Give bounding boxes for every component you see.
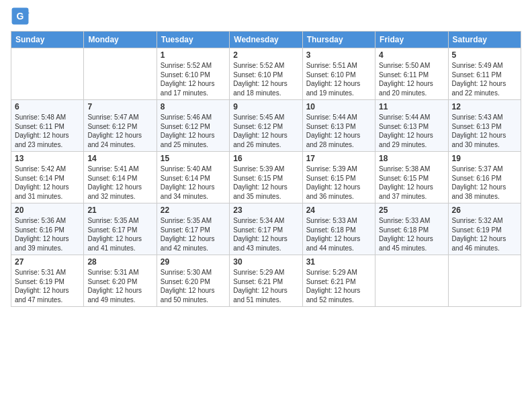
calendar-week-3: 13Sunrise: 5:42 AM Sunset: 6:14 PM Dayli… — [11, 152, 521, 203]
calendar-cell: 9Sunrise: 5:45 AM Sunset: 6:12 PM Daylig… — [230, 100, 302, 152]
day-info: Sunrise: 5:36 AM Sunset: 6:16 PM Dayligh… — [15, 216, 80, 253]
day-number: 13 — [15, 154, 80, 163]
calendar-header-row: SundayMondayTuesdayWednesdayThursdayFrid… — [11, 32, 521, 48]
calendar-cell: 23Sunrise: 5:34 AM Sunset: 6:17 PM Dayli… — [230, 203, 302, 255]
calendar-cell: 2Sunrise: 5:52 AM Sunset: 6:10 PM Daylig… — [230, 48, 302, 100]
day-info: Sunrise: 5:32 AM Sunset: 6:19 PM Dayligh… — [452, 216, 517, 253]
day-info: Sunrise: 5:52 AM Sunset: 6:10 PM Dayligh… — [161, 61, 226, 97]
calendar-week-2: 6Sunrise: 5:48 AM Sunset: 6:11 PM Daylig… — [11, 100, 521, 152]
day-number: 28 — [87, 257, 152, 267]
calendar-cell — [448, 255, 521, 307]
day-info: Sunrise: 5:50 AM Sunset: 6:11 PM Dayligh… — [379, 61, 444, 97]
calendar-cell: 28Sunrise: 5:31 AM Sunset: 6:20 PM Dayli… — [84, 255, 157, 307]
day-info: Sunrise: 5:37 AM Sunset: 6:16 PM Dayligh… — [452, 165, 517, 201]
day-info: Sunrise: 5:31 AM Sunset: 6:20 PM Dayligh… — [87, 268, 152, 304]
day-number: 21 — [87, 205, 152, 215]
calendar-cell — [375, 255, 448, 307]
calendar-cell: 18Sunrise: 5:38 AM Sunset: 6:15 PM Dayli… — [375, 152, 448, 203]
calendar-cell: 6Sunrise: 5:48 AM Sunset: 6:11 PM Daylig… — [11, 100, 84, 152]
day-number: 1 — [161, 50, 226, 60]
logo: G — [11, 7, 32, 26]
calendar-week-1: 1Sunrise: 5:52 AM Sunset: 6:10 PM Daylig… — [11, 48, 521, 100]
calendar-cell: 14Sunrise: 5:41 AM Sunset: 6:14 PM Dayli… — [84, 152, 157, 203]
calendar-cell: 20Sunrise: 5:36 AM Sunset: 6:16 PM Dayli… — [11, 203, 84, 255]
calendar-cell: 1Sunrise: 5:52 AM Sunset: 6:10 PM Daylig… — [157, 48, 229, 100]
calendar-week-5: 27Sunrise: 5:31 AM Sunset: 6:19 PM Dayli… — [11, 255, 521, 307]
day-number: 22 — [161, 205, 226, 215]
day-number: 20 — [15, 205, 80, 215]
day-number: 24 — [306, 205, 371, 215]
day-info: Sunrise: 5:47 AM Sunset: 6:12 PM Dayligh… — [87, 113, 152, 149]
calendar-cell: 19Sunrise: 5:37 AM Sunset: 6:16 PM Dayli… — [448, 152, 521, 203]
day-number: 12 — [452, 102, 517, 111]
day-number: 30 — [233, 257, 298, 267]
day-number: 15 — [161, 154, 226, 163]
day-info: Sunrise: 5:29 AM Sunset: 6:21 PM Dayligh… — [233, 268, 298, 304]
day-number: 25 — [379, 205, 444, 215]
day-number: 26 — [452, 205, 517, 215]
day-number: 10 — [306, 102, 371, 111]
day-info: Sunrise: 5:30 AM Sunset: 6:20 PM Dayligh… — [161, 268, 226, 304]
day-info: Sunrise: 5:35 AM Sunset: 6:17 PM Dayligh… — [161, 216, 226, 253]
header: G — [11, 7, 521, 26]
calendar-cell: 27Sunrise: 5:31 AM Sunset: 6:19 PM Dayli… — [11, 255, 84, 307]
day-info: Sunrise: 5:29 AM Sunset: 6:21 PM Dayligh… — [306, 268, 371, 304]
calendar-cell: 10Sunrise: 5:44 AM Sunset: 6:13 PM Dayli… — [302, 100, 375, 152]
day-info: Sunrise: 5:38 AM Sunset: 6:15 PM Dayligh… — [379, 165, 444, 201]
day-number: 2 — [233, 50, 298, 60]
logo-icon: G — [11, 7, 30, 26]
calendar-cell: 21Sunrise: 5:35 AM Sunset: 6:17 PM Dayli… — [84, 203, 157, 255]
calendar-cell: 12Sunrise: 5:43 AM Sunset: 6:13 PM Dayli… — [448, 100, 521, 152]
calendar-week-4: 20Sunrise: 5:36 AM Sunset: 6:16 PM Dayli… — [11, 203, 521, 255]
calendar-cell: 30Sunrise: 5:29 AM Sunset: 6:21 PM Dayli… — [230, 255, 302, 307]
calendar-cell: 13Sunrise: 5:42 AM Sunset: 6:14 PM Dayli… — [11, 152, 84, 203]
day-info: Sunrise: 5:45 AM Sunset: 6:12 PM Dayligh… — [233, 113, 298, 149]
day-number: 14 — [87, 154, 152, 163]
calendar-cell: 22Sunrise: 5:35 AM Sunset: 6:17 PM Dayli… — [157, 203, 229, 255]
calendar-header-tuesday: Tuesday — [157, 32, 229, 48]
calendar-cell: 8Sunrise: 5:46 AM Sunset: 6:12 PM Daylig… — [157, 100, 229, 152]
day-info: Sunrise: 5:48 AM Sunset: 6:11 PM Dayligh… — [15, 113, 80, 149]
day-number: 4 — [379, 50, 444, 60]
day-number: 17 — [306, 154, 371, 163]
calendar-cell: 15Sunrise: 5:40 AM Sunset: 6:14 PM Dayli… — [157, 152, 229, 203]
day-number: 23 — [233, 205, 298, 215]
day-number: 8 — [161, 102, 226, 111]
day-info: Sunrise: 5:35 AM Sunset: 6:17 PM Dayligh… — [87, 216, 152, 253]
calendar-cell: 24Sunrise: 5:33 AM Sunset: 6:18 PM Dayli… — [302, 203, 375, 255]
calendar-cell — [84, 48, 157, 100]
day-info: Sunrise: 5:39 AM Sunset: 6:15 PM Dayligh… — [233, 165, 298, 201]
day-number: 27 — [15, 257, 80, 267]
day-number: 18 — [379, 154, 444, 163]
calendar-cell: 4Sunrise: 5:50 AM Sunset: 6:11 PM Daylig… — [375, 48, 448, 100]
day-number: 16 — [233, 154, 298, 163]
day-info: Sunrise: 5:42 AM Sunset: 6:14 PM Dayligh… — [15, 165, 80, 201]
day-info: Sunrise: 5:33 AM Sunset: 6:18 PM Dayligh… — [306, 216, 371, 253]
day-info: Sunrise: 5:44 AM Sunset: 6:13 PM Dayligh… — [306, 113, 371, 149]
calendar-cell: 16Sunrise: 5:39 AM Sunset: 6:15 PM Dayli… — [230, 152, 302, 203]
calendar-header-saturday: Saturday — [448, 32, 521, 48]
day-info: Sunrise: 5:31 AM Sunset: 6:19 PM Dayligh… — [15, 268, 80, 304]
calendar-header-sunday: Sunday — [11, 32, 84, 48]
calendar-header-wednesday: Wednesday — [230, 32, 302, 48]
day-info: Sunrise: 5:34 AM Sunset: 6:17 PM Dayligh… — [233, 216, 298, 253]
calendar-cell: 17Sunrise: 5:39 AM Sunset: 6:15 PM Dayli… — [302, 152, 375, 203]
day-number: 5 — [452, 50, 517, 60]
svg-text:G: G — [17, 11, 24, 21]
day-info: Sunrise: 5:52 AM Sunset: 6:10 PM Dayligh… — [233, 61, 298, 97]
calendar-cell: 3Sunrise: 5:51 AM Sunset: 6:10 PM Daylig… — [302, 48, 375, 100]
day-info: Sunrise: 5:39 AM Sunset: 6:15 PM Dayligh… — [306, 165, 371, 201]
day-number: 19 — [452, 154, 517, 163]
day-number: 6 — [15, 102, 80, 111]
day-info: Sunrise: 5:40 AM Sunset: 6:14 PM Dayligh… — [161, 165, 226, 201]
calendar-cell: 25Sunrise: 5:33 AM Sunset: 6:18 PM Dayli… — [375, 203, 448, 255]
day-info: Sunrise: 5:43 AM Sunset: 6:13 PM Dayligh… — [452, 113, 517, 149]
day-info: Sunrise: 5:44 AM Sunset: 6:13 PM Dayligh… — [379, 113, 444, 149]
calendar-header-friday: Friday — [375, 32, 448, 48]
day-info: Sunrise: 5:33 AM Sunset: 6:18 PM Dayligh… — [379, 216, 444, 253]
calendar-cell: 26Sunrise: 5:32 AM Sunset: 6:19 PM Dayli… — [448, 203, 521, 255]
calendar-cell — [11, 48, 84, 100]
calendar-header-thursday: Thursday — [302, 32, 375, 48]
calendar-header-monday: Monday — [84, 32, 157, 48]
day-number: 31 — [306, 257, 371, 267]
